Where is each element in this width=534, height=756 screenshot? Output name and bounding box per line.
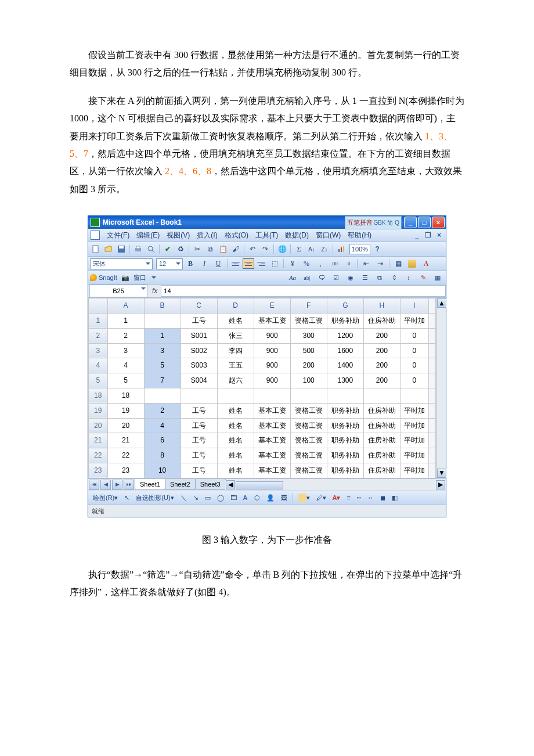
oval-icon[interactable]: ◯: [215, 492, 226, 503]
cell[interactable]: 1: [107, 313, 144, 328]
cell[interactable]: 住房补助: [363, 448, 400, 463]
cell[interactable]: 住房补助: [363, 403, 400, 418]
row-header[interactable]: 22: [89, 448, 108, 463]
fx-icon[interactable]: fx: [152, 285, 157, 298]
cell[interactable]: 职务补助: [327, 448, 363, 463]
cell[interactable]: 18: [107, 388, 144, 403]
cell[interactable]: 工号: [181, 463, 217, 478]
cell[interactable]: S003: [181, 358, 217, 373]
cell[interactable]: 1: [144, 328, 181, 343]
cell[interactable]: 4: [144, 418, 181, 433]
cell[interactable]: 基本工资: [254, 448, 290, 463]
cell[interactable]: 200: [363, 373, 400, 388]
cell[interactable]: 住房补助: [363, 313, 400, 328]
table-row[interactable]: 221S001张三90030012002000: [89, 328, 436, 343]
row-header[interactable]: 19: [89, 403, 108, 418]
diagram-icon[interactable]: ⬡: [252, 492, 262, 503]
linewidth-icon[interactable]: ≡: [344, 492, 352, 503]
aux-combo-icon[interactable]: ⧉: [373, 272, 386, 283]
3d-icon[interactable]: ◧: [389, 492, 400, 503]
mdi-close[interactable]: ×: [435, 229, 443, 242]
menu-data[interactable]: 数据(D): [282, 229, 312, 242]
cell[interactable]: 0: [400, 358, 428, 373]
row-header[interactable]: 4: [89, 358, 108, 373]
cell[interactable]: 职务补助: [327, 418, 363, 433]
cell[interactable]: 工号: [181, 403, 217, 418]
cell[interactable]: 基本工资: [254, 313, 290, 328]
cell[interactable]: 20: [107, 418, 144, 433]
row-header[interactable]: 21: [89, 433, 108, 448]
rect-icon[interactable]: ▭: [203, 492, 213, 503]
cell[interactable]: 8: [144, 448, 181, 463]
cell[interactable]: 900: [254, 343, 290, 358]
cell[interactable]: 0: [400, 328, 428, 343]
cell[interactable]: 200: [363, 328, 400, 343]
cell[interactable]: [254, 388, 290, 403]
colhead-F[interactable]: F: [290, 298, 327, 314]
snagit-button[interactable]: SnagIt: [90, 272, 117, 284]
vertical-scrollbar[interactable]: ▲ ▼: [436, 298, 446, 478]
fillcolor-draw-icon[interactable]: ▾: [296, 492, 312, 503]
cell[interactable]: 1200: [327, 328, 363, 343]
paste-icon[interactable]: 📋: [217, 243, 229, 255]
italic-button[interactable]: I: [198, 258, 211, 269]
hscroll-track[interactable]: [236, 481, 435, 488]
row-header[interactable]: 23: [89, 463, 108, 478]
cell[interactable]: 基本工资: [254, 418, 290, 433]
cut-icon[interactable]: ✂: [192, 243, 203, 255]
cell[interactable]: 平时加: [400, 448, 428, 463]
row-header[interactable]: 5: [89, 373, 108, 388]
wordart-icon[interactable]: A: [241, 492, 250, 503]
colhead-E[interactable]: E: [254, 298, 290, 314]
table-row[interactable]: 20204工号姓名基本工资资格工资职务补助住房补助平时加: [89, 418, 436, 433]
table-row[interactable]: 333S002李四90050016002000: [89, 343, 436, 358]
select-objects-icon[interactable]: ↖: [122, 492, 132, 503]
cell[interactable]: 300: [290, 328, 327, 343]
table-row[interactable]: 22228工号姓名基本工资资格工资职务补助住房补助平时加: [89, 448, 436, 463]
arrow-icon[interactable]: ↘: [191, 492, 201, 503]
aux-tools-icon[interactable]: ✎: [417, 272, 430, 283]
format-painter-icon[interactable]: 🖌: [230, 243, 241, 255]
aux-ab-icon[interactable]: ab|: [301, 272, 313, 283]
cell[interactable]: 1600: [327, 343, 363, 358]
tab-next-icon[interactable]: ▶: [112, 480, 122, 490]
cell[interactable]: 平时加: [400, 313, 428, 328]
mdi-restore[interactable]: ❐: [423, 229, 434, 242]
worksheet-table[interactable]: A B C D E F G H I 11工号姓名基本工资资格工资职务补助住房补助…: [88, 298, 436, 478]
sheet-tab-3[interactable]: Sheet3: [195, 479, 226, 490]
row-header[interactable]: 1: [89, 313, 108, 328]
row-header[interactable]: 2: [89, 328, 108, 343]
cell[interactable]: 200: [363, 343, 400, 358]
copy-icon[interactable]: ⧉: [204, 243, 216, 255]
open-icon[interactable]: [103, 243, 114, 255]
cell[interactable]: 资格工资: [290, 418, 327, 433]
comma-button[interactable]: ,: [314, 258, 327, 269]
cell[interactable]: [290, 388, 327, 403]
cell[interactable]: 姓名: [217, 448, 254, 463]
aux-scroll-icon[interactable]: ⇕: [388, 272, 400, 283]
research-icon[interactable]: ♻: [175, 243, 186, 255]
picture-icon[interactable]: 🖼: [279, 492, 290, 503]
colhead-B[interactable]: B: [144, 298, 181, 314]
colhead-H[interactable]: H: [363, 298, 400, 314]
cell[interactable]: 职务补助: [327, 463, 363, 478]
table-row[interactable]: 21216工号姓名基本工资资格工资职务补助住房补助平时加: [89, 433, 436, 448]
tab-last-icon[interactable]: ⏭: [124, 480, 134, 490]
hyperlink-icon[interactable]: 🌐: [276, 243, 288, 255]
cell[interactable]: 工号: [181, 448, 217, 463]
menu-help[interactable]: 帮助(H): [344, 229, 375, 242]
cell[interactable]: 5: [107, 373, 144, 388]
cell[interactable]: 21: [107, 433, 144, 448]
borders-button[interactable]: ▦: [392, 258, 405, 269]
cell[interactable]: 基本工资: [254, 463, 290, 478]
colhead-A[interactable]: A: [107, 298, 144, 314]
cell[interactable]: 姓名: [217, 403, 254, 418]
cell[interactable]: 100: [290, 373, 327, 388]
fillcolor-button[interactable]: [406, 258, 418, 269]
row-header[interactable]: 20: [89, 418, 108, 433]
autosum-icon[interactable]: Σ: [293, 243, 305, 255]
cell[interactable]: 1400: [327, 358, 363, 373]
dec-decimal-button[interactable]: .0: [342, 258, 355, 269]
selectall-corner[interactable]: [89, 298, 108, 314]
menu-edit[interactable]: 编辑(E): [133, 229, 163, 242]
